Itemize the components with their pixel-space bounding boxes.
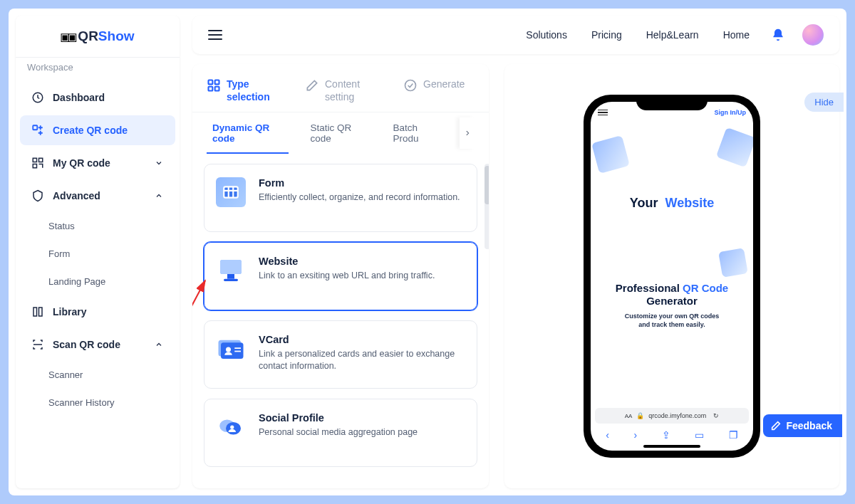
nav-home[interactable]: Home [723, 29, 750, 41]
sidebar-item-label: My QR code [53, 157, 110, 169]
svg-rect-1 [33, 125, 37, 130]
svg-rect-5 [209, 80, 213, 85]
sidebar-item-label: Scan QR code [53, 339, 120, 350]
step-label: Generate [423, 78, 465, 91]
card-desc: Link to an exsiting web URL and bring tr… [259, 270, 435, 282]
svg-rect-7 [209, 87, 213, 91]
scrollbar[interactable] [484, 164, 489, 249]
library-icon [31, 305, 44, 318]
feedback-button[interactable]: Feedback [763, 414, 842, 437]
sidebar-item-create[interactable]: Create QR code [20, 115, 175, 145]
phone-headline: Professional QR CodeGenerator [591, 282, 753, 308]
sidebar-item-label: Advanced [53, 190, 100, 201]
steps: Type selection Content setting Generate [192, 64, 489, 112]
svg-rect-2 [33, 158, 36, 162]
card-desc: Efficiently collect, organize, and recor… [259, 191, 460, 204]
sidebar-sub-status[interactable]: Status [16, 212, 180, 240]
step-label: Type selection [227, 78, 284, 103]
svg-point-9 [405, 80, 416, 91]
step-content[interactable]: Content setting [305, 78, 382, 103]
cards-list: Form Efficiently collect, organize, and … [192, 154, 489, 477]
step-type[interactable]: Type selection [207, 78, 284, 103]
svg-point-22 [230, 425, 234, 429]
sidebar-sub-landing[interactable]: Landing Page [16, 268, 180, 295]
svg-rect-13 [227, 274, 234, 279]
svg-rect-12 [220, 260, 242, 274]
menu-icon[interactable] [208, 30, 222, 40]
dashboard-icon [31, 91, 44, 104]
nav-book-icon: ▭ [695, 429, 704, 441]
card-desc: Personal social media aggregation page [259, 426, 418, 439]
tabs: Dynamic QR code Static QR code Batch Pro… [192, 112, 489, 154]
create-icon [31, 124, 44, 137]
card-desc: Link a personalized cards and easier to … [259, 348, 465, 372]
sidebar-item-label: Library [53, 306, 86, 317]
chevron-down-icon [154, 158, 164, 168]
nav-back-icon: ‹ [606, 429, 609, 441]
nav-share-icon: ⇪ [662, 429, 670, 441]
svg-rect-18 [234, 347, 241, 349]
grid-icon [207, 78, 221, 93]
center-panel: Type selection Content setting Generate [192, 64, 489, 488]
step-generate[interactable]: Generate [403, 78, 465, 103]
sidebar-item-myqr[interactable]: My QR code [20, 148, 175, 178]
phone-nav: ‹ › ⇪ ▭ ❐ [591, 426, 753, 445]
nav-solutions[interactable]: Solutions [526, 29, 567, 41]
step-label: Content setting [325, 78, 382, 103]
card-website[interactable]: Website Link to an exsiting web URL and … [204, 242, 477, 310]
nav-fwd-icon: › [633, 429, 637, 441]
svg-rect-14 [224, 279, 238, 281]
workspace-label: Workspace [16, 57, 180, 81]
tab-static[interactable]: Static QR code [304, 112, 371, 154]
website-icon [216, 256, 246, 285]
card-title: Form [259, 177, 460, 189]
logo[interactable]: ▣▣ QRShow [16, 21, 180, 57]
phone-urlbar: AA 🔒 qrcode.imyfone.com ↻ [595, 408, 749, 424]
sidebar-item-library[interactable]: Library [20, 297, 175, 327]
sidebar-sub-form[interactable]: Form [16, 240, 180, 268]
sidebar-item-dashboard[interactable]: Dashboard [20, 83, 175, 112]
phone-menu-icon [598, 110, 608, 116]
sidebar-sub-scanner[interactable]: Scanner [16, 361, 180, 389]
svg-point-17 [226, 347, 231, 352]
vcard-icon [216, 334, 246, 364]
phone-signin: Sign In/Up [715, 109, 747, 116]
advanced-icon [31, 189, 44, 202]
phone-subtitle: Customize your own QR codesand track the… [591, 312, 753, 329]
hide-button[interactable]: Hide [804, 93, 844, 112]
svg-rect-6 [215, 80, 219, 85]
social-icon [216, 412, 246, 442]
card-title: Website [259, 256, 435, 267]
myqr-icon [31, 157, 44, 169]
topbar: Solutions Pricing Help&Learn Home [192, 16, 839, 54]
logo-icon: ▣▣ [61, 28, 76, 44]
tab-dynamic[interactable]: Dynamic QR code [207, 112, 289, 154]
cube-decor [591, 135, 630, 174]
preview-panel: Hide Sign In/Up Your We [504, 64, 839, 488]
bell-icon[interactable] [771, 27, 785, 43]
svg-rect-3 [39, 158, 43, 162]
sidebar-sub-history[interactable]: Scanner History [16, 389, 180, 416]
card-title: VCard [259, 334, 465, 345]
card-title: Social Profile [259, 412, 418, 424]
card-vcard[interactable]: VCard Link a personalized cards and easi… [204, 320, 477, 389]
cube-decor [716, 127, 753, 167]
chevron-up-icon [154, 340, 164, 350]
phone-title: Your Website [591, 196, 753, 211]
sidebar: ▣▣ QRShow Workspace Dashboard Create QR … [16, 16, 180, 488]
edit-icon [305, 78, 319, 93]
tabs-next-button[interactable] [460, 117, 475, 149]
phone-mock: Sign In/Up Your Website Professional QR … [584, 95, 760, 458]
sidebar-item-advanced[interactable]: Advanced [20, 181, 175, 211]
svg-rect-8 [215, 87, 219, 91]
cube-decor [718, 248, 748, 278]
tab-batch[interactable]: Batch Produ [387, 112, 444, 154]
nav-pricing[interactable]: Pricing [591, 29, 622, 41]
avatar[interactable] [802, 24, 824, 46]
svg-rect-4 [33, 164, 36, 168]
card-form[interactable]: Form Efficiently collect, organize, and … [204, 164, 477, 232]
nav-help[interactable]: Help&Learn [646, 29, 699, 41]
card-social[interactable]: Social Profile Personal social media agg… [204, 399, 477, 467]
sidebar-item-scan[interactable]: Scan QR code [20, 330, 175, 359]
scan-icon [31, 338, 44, 351]
